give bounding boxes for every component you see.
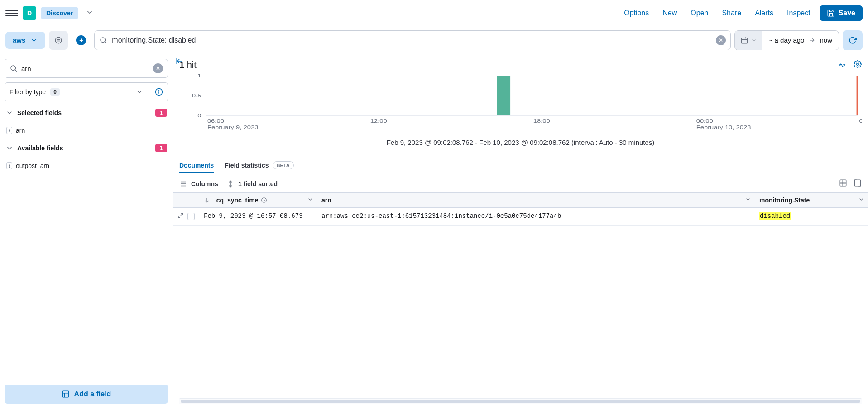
- sidebar: ✕ Filter by type 0 Selected fields 1 t: [0, 54, 173, 409]
- refresh-button[interactable]: [843, 30, 863, 50]
- tab-documents[interactable]: Documents: [179, 157, 214, 173]
- date-range-text[interactable]: ~ a day ago now: [762, 36, 839, 44]
- svg-point-0: [56, 37, 62, 43]
- chevron-down-icon: [135, 88, 144, 96]
- svg-point-21: [844, 64, 844, 65]
- hit-header: 1 hit: [173, 54, 868, 72]
- selected-count-badge: 1: [155, 109, 167, 117]
- svg-rect-50: [854, 180, 861, 186]
- sort-button[interactable]: 1 field sorted: [226, 180, 278, 188]
- nav-options[interactable]: Options: [619, 6, 653, 20]
- column-label: monitoring.State: [759, 197, 810, 204]
- list-item[interactable]: t arn: [5, 124, 168, 137]
- selected-fields-header[interactable]: Selected fields 1: [5, 106, 168, 120]
- filter-by-type[interactable]: Filter by type 0: [5, 82, 168, 101]
- svg-text:12:00: 12:00: [370, 118, 387, 124]
- calendar-icon[interactable]: [735, 31, 762, 50]
- field-search-wrap: ✕: [5, 59, 168, 78]
- svg-text:06:00: 06:00: [207, 118, 224, 124]
- svg-point-14: [159, 90, 159, 91]
- info-icon[interactable]: [149, 88, 163, 96]
- filter-count-badge: 0: [50, 88, 60, 96]
- date-to: now: [820, 36, 832, 44]
- search-icon: [10, 64, 18, 72]
- gear-icon[interactable]: [854, 60, 862, 70]
- filter-by-type-label: Filter by type: [10, 88, 46, 96]
- column-header-time[interactable]: _cq_sync_time: [199, 193, 317, 208]
- svg-text:0: 0: [197, 113, 201, 119]
- chevron-down-icon: [5, 144, 14, 152]
- add-filter-button[interactable]: +: [72, 31, 91, 50]
- histogram-chart[interactable]: 00.5106:00February 9, 202312:0018:0000:0…: [173, 72, 868, 137]
- column-header-arn[interactable]: arn: [317, 193, 755, 208]
- fullscreen-icon[interactable]: [854, 179, 862, 188]
- available-fields-header[interactable]: Available fields 1: [5, 141, 168, 155]
- saved-query-icon[interactable]: [49, 31, 68, 50]
- tab-field-statistics[interactable]: Field statistics BETA: [225, 157, 293, 174]
- app-badge[interactable]: D: [23, 6, 36, 20]
- app-name-pill[interactable]: Discover: [41, 7, 78, 19]
- clear-field-search-icon[interactable]: ✕: [153, 63, 163, 73]
- top-nav: D Discover Options New Open Share Alerts…: [0, 0, 868, 26]
- hamburger-icon[interactable]: [5, 7, 18, 19]
- data-table: _cq_sync_time arn monitoring.State: [173, 192, 868, 226]
- table-row[interactable]: Feb 9, 2023 @ 16:57:08.673 arn:aws:ec2:u…: [173, 208, 868, 226]
- hit-count: 1 hit: [179, 60, 197, 70]
- sort-label: 1 field sorted: [238, 180, 278, 188]
- svg-point-10: [11, 66, 16, 71]
- table-toolbar: Columns 1 field sorted: [173, 175, 868, 192]
- index-name: aws: [13, 36, 25, 44]
- svg-text:06:00: 06:00: [859, 118, 862, 124]
- body: ✕ Filter by type 0 Selected fields 1 t: [0, 54, 868, 409]
- save-label: Save: [839, 9, 855, 17]
- save-button[interactable]: Save: [820, 5, 863, 21]
- nav-alerts[interactable]: Alerts: [750, 6, 778, 20]
- field-name: outpost_arn: [16, 162, 49, 169]
- svg-point-22: [857, 63, 859, 66]
- list-item[interactable]: t outpost_arn: [5, 159, 168, 172]
- resize-handle-icon[interactable]: ══: [173, 147, 868, 155]
- nav-share[interactable]: Share: [717, 6, 746, 20]
- chevron-down-icon[interactable]: [745, 197, 751, 204]
- density-icon[interactable]: [839, 179, 847, 188]
- svg-rect-45: [840, 180, 846, 186]
- add-field-button[interactable]: Add a field: [5, 385, 168, 404]
- column-header-state[interactable]: monitoring.State: [755, 193, 868, 208]
- available-count-badge: 1: [155, 144, 167, 152]
- columns-label: Columns: [191, 180, 218, 188]
- chart-options-icon[interactable]: [838, 60, 846, 70]
- svg-point-20: [840, 64, 841, 65]
- chevron-down-icon[interactable]: [307, 197, 313, 204]
- svg-text:00:00: 00:00: [696, 118, 713, 124]
- query-input[interactable]: [112, 36, 711, 44]
- nav-new[interactable]: New: [658, 6, 681, 20]
- svg-line-11: [15, 70, 16, 71]
- chevron-down-icon[interactable]: [858, 197, 864, 204]
- svg-text:February 9, 2023: February 9, 2023: [207, 125, 259, 130]
- cell-time: Feb 9, 2023 @ 16:57:08.673: [199, 208, 317, 226]
- row-checkbox[interactable]: [187, 213, 195, 220]
- svg-text:February 10, 2023: February 10, 2023: [696, 125, 751, 130]
- date-picker[interactable]: ~ a day ago now: [734, 30, 839, 50]
- field-type-token: t: [6, 162, 12, 169]
- field-type-token: t: [6, 127, 12, 134]
- index-pattern-selector[interactable]: aws: [5, 32, 45, 49]
- query-bar: aws + ✕ ~ a day ago now: [0, 26, 868, 54]
- svg-line-4: [105, 42, 106, 43]
- add-field-label: Add a field: [74, 390, 111, 398]
- nav-inspect[interactable]: Inspect: [782, 6, 815, 20]
- beta-badge: BETA: [273, 161, 294, 169]
- selected-fields-label: Selected fields: [17, 109, 62, 116]
- expand-row-icon[interactable]: [177, 212, 184, 221]
- query-input-wrap: ✕: [94, 30, 730, 50]
- svg-rect-5: [741, 38, 748, 43]
- cell-state: disabled: [755, 208, 868, 226]
- chevron-down-icon[interactable]: [83, 6, 96, 19]
- horizontal-scrollbar[interactable]: [179, 398, 862, 404]
- nav-open[interactable]: Open: [686, 6, 713, 20]
- clear-query-icon[interactable]: ✕: [716, 35, 726, 45]
- column-label: arn: [321, 197, 331, 204]
- field-search-input[interactable]: [21, 65, 149, 72]
- svg-rect-15: [62, 391, 69, 397]
- columns-button[interactable]: Columns: [179, 180, 218, 188]
